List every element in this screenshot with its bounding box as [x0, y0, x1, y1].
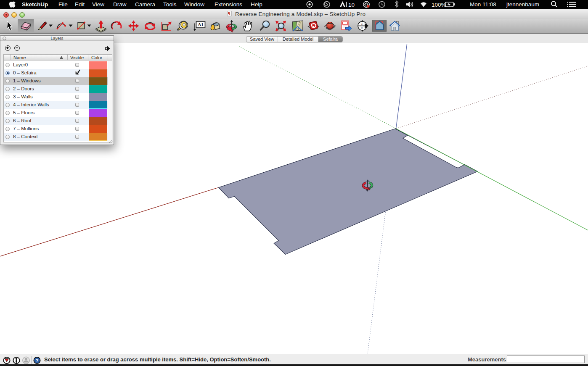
svg-text:100%: 100%: [432, 2, 446, 8]
svg-text:?: ?: [35, 358, 38, 363]
svg-text:A1: A1: [198, 22, 203, 27]
svg-text:c: c: [361, 23, 363, 25]
svg-text:se: se: [361, 26, 363, 29]
svg-text:10: 10: [348, 2, 355, 8]
